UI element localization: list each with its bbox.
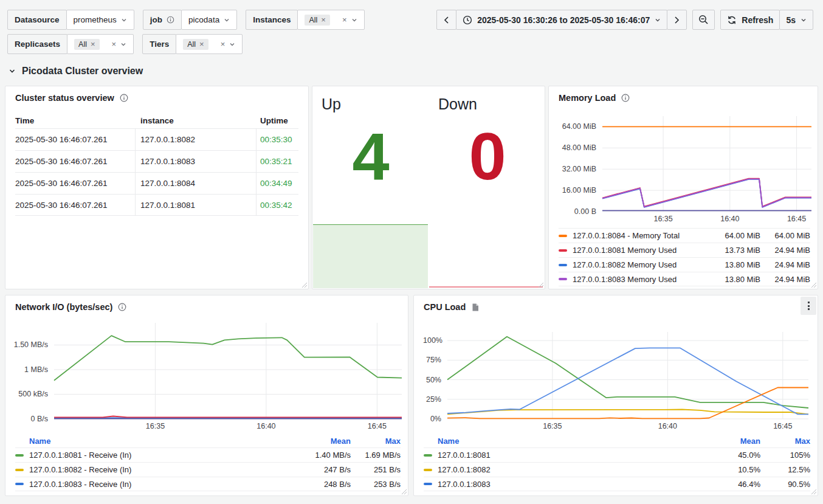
x-axis-tick-label: 16:40 [720, 215, 739, 223]
chip-remove-icon[interactable]: × [199, 40, 204, 48]
cpu-load-chart[interactable]: 0%25%50%75%100%16:3516:4016:45 [423, 332, 808, 431]
series-value: 24.94 MiB [760, 260, 810, 269]
clear-all-icon[interactable]: × [112, 40, 117, 48]
resize-handle[interactable] [810, 488, 816, 494]
clock-icon [463, 15, 472, 25]
time-forward-button[interactable] [667, 10, 687, 30]
clear-all-icon[interactable]: × [221, 40, 226, 48]
network-io-chart[interactable]: 0 B/s500 kB/s1 MB/s1.50 MB/s16:3516:4016… [13, 323, 402, 431]
datasource-select[interactable]: prometheus [66, 10, 134, 30]
series-color-swatch [559, 264, 567, 266]
time-back-button[interactable] [436, 10, 456, 30]
panel-menu-button[interactable] [801, 297, 816, 315]
legend-item[interactable]: 127.0.0.1:8081 Memory Used13.73 MiB24.94… [559, 243, 810, 257]
info-icon[interactable] [621, 94, 630, 102]
replicasets-chip[interactable]: All× [74, 39, 100, 50]
column-header: instance [136, 116, 257, 125]
y-axis-tick-label: 16.00 MiB [557, 186, 596, 195]
legend-item[interactable]: 127.0.0.1:8083 - Receive (In)248 B/s253 … [15, 477, 401, 491]
resize-handle[interactable] [810, 281, 816, 288]
network-io-legend[interactable]: NameMeanMax127.0.0.1:8081 - Receive (In)… [15, 434, 401, 491]
filter-toolbar: Datasource prometheus job picodata Insta… [7, 10, 365, 58]
refresh-button[interactable]: Refresh [720, 10, 780, 30]
series-name: 127.0.0.1:8081 - Receive (In) [29, 450, 293, 460]
y-axis-tick-label: 48.00 MiB [557, 143, 596, 152]
chevron-down-icon [120, 41, 126, 47]
table-cell: 127.0.0.1:8084 [136, 173, 257, 194]
cpu-load-legend[interactable]: NameMeanMax127.0.0.1:808145.0%105%127.0.… [424, 434, 810, 491]
table-row[interactable]: 2025-05-30 16:46:07.261127.0.0.1:808400:… [15, 172, 298, 194]
chevron-down-icon [121, 17, 127, 23]
instances-chip[interactable]: All× [305, 15, 330, 26]
memory-load-legend[interactable]: 127.0.0.1:8084 - Memory Total64.00 MiB64… [559, 228, 810, 286]
table-cell: 127.0.0.1:8081 [136, 195, 257, 215]
tiers-label: Tiers [142, 34, 176, 54]
series-value: 13.73 MiB [703, 246, 760, 255]
info-icon [167, 16, 174, 24]
legend-header[interactable]: NameMeanMax [15, 434, 401, 447]
stat-up-sparkline [313, 224, 428, 288]
panel-up-down: Up 4 Down 0 [312, 86, 545, 289]
tiers-multiselect[interactable]: All× × [176, 34, 243, 54]
resize-handle[interactable] [301, 281, 307, 288]
series-color-swatch [424, 469, 432, 471]
filter-job: job picodata [143, 10, 237, 30]
time-controls: 2025-05-30 16:30:26 to 2025-05-30 16:46:… [436, 10, 813, 30]
y-axis-tick-label: 25% [423, 395, 441, 404]
job-select[interactable]: picodata [181, 10, 237, 30]
series-line [447, 337, 808, 408]
stat-up-label: Up [322, 95, 429, 113]
legend-item[interactable]: 127.0.0.1:8084 - Memory Total64.00 MiB64… [559, 228, 810, 243]
legend-item[interactable]: 127.0.0.1:8081 - Receive (In)1.40 MB/s1.… [15, 447, 401, 462]
chip-remove-icon[interactable]: × [321, 16, 326, 24]
resize-handle[interactable] [401, 488, 407, 494]
legend-header[interactable]: NameMeanMax [424, 434, 810, 447]
filter-replicasets: Replicasets All× × [7, 34, 134, 54]
cluster-status-table[interactable]: TimeinstanceUptime2025-05-30 16:46:07.26… [15, 112, 298, 216]
legend-item[interactable]: 127.0.0.1:8082 Memory Used13.80 MiB24.94… [559, 257, 810, 272]
document-icon[interactable] [471, 303, 480, 312]
table-cell: 2025-05-30 16:46:07.261 [15, 129, 136, 150]
chevron-down-icon [351, 17, 357, 23]
chip-remove-icon[interactable]: × [91, 40, 95, 48]
job-label: job [143, 10, 182, 30]
stat-up-value: 4 [312, 123, 429, 190]
chevron-down-icon [224, 17, 230, 23]
series-color-swatch [15, 440, 24, 442]
time-range-picker[interactable]: 2025-05-30 16:30:26 to 2025-05-30 16:46:… [456, 10, 667, 30]
legend-item[interactable]: 127.0.0.1:808210.5%12.5% [424, 462, 810, 477]
series-name: 127.0.0.1:8083 - Receive (In) [29, 480, 293, 489]
series-value: 1.40 MB/s [293, 450, 351, 460]
stat-down-value: 0 [429, 123, 546, 190]
series-name: 127.0.0.1:8083 [438, 480, 703, 489]
table-row[interactable]: 2025-05-30 16:46:07.261127.0.0.1:808300:… [15, 150, 298, 172]
series-color-swatch [424, 483, 432, 485]
memory-load-chart[interactable]: 0.00 B16.00 MiB32.00 MiB48.00 MiB64.00 M… [557, 116, 811, 224]
chevron-down-icon [9, 67, 16, 75]
panel-title: Memory Load [559, 93, 616, 103]
table-cell: 127.0.0.1:8082 [136, 129, 257, 150]
legend-item[interactable]: 127.0.0.1:8083 Memory Used13.80 MiB24.94… [559, 272, 810, 286]
y-axis-tick-label: 1 MB/s [13, 365, 48, 374]
series-line [54, 336, 402, 381]
legend-item[interactable]: 127.0.0.1:808145.0%105% [424, 447, 810, 462]
datasource-label: Datasource [7, 10, 67, 30]
series-line [54, 416, 402, 418]
legend-item[interactable]: 127.0.0.1:808346.4%90.5% [424, 477, 810, 491]
info-icon[interactable] [118, 303, 126, 311]
zoom-out-button[interactable] [692, 10, 715, 30]
dashboard-row-header[interactable]: Picodata Cluster overview [9, 66, 143, 77]
instances-multiselect[interactable]: All× × [297, 10, 364, 30]
info-icon[interactable] [120, 94, 128, 102]
series-value: 105% [760, 450, 810, 460]
job-value: picodata [188, 15, 219, 24]
legend-item[interactable]: 127.0.0.1:8082 - Receive (In)247 B/s251 … [15, 462, 401, 477]
table-row[interactable]: 2025-05-30 16:46:07.261127.0.0.1:808100:… [15, 194, 298, 216]
tiers-chip[interactable]: All× [183, 39, 208, 50]
series-line [602, 179, 811, 207]
table-row[interactable]: 2025-05-30 16:46:07.261127.0.0.1:808200:… [15, 128, 298, 150]
clear-all-icon[interactable]: × [342, 16, 347, 24]
y-axis-tick-label: 50% [423, 376, 441, 384]
refresh-interval-select[interactable]: 5s [779, 10, 813, 30]
replicasets-multiselect[interactable]: All× × [67, 34, 134, 54]
